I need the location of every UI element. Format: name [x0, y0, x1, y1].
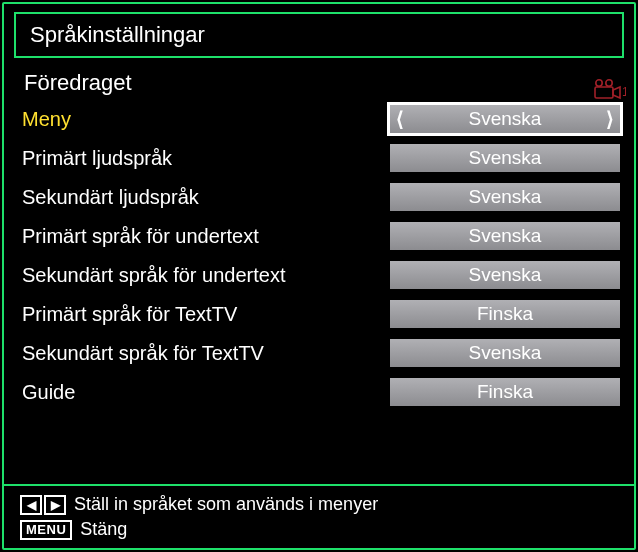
chevron-right-icon[interactable] — [600, 105, 620, 133]
spacer — [22, 416, 620, 478]
row-primary-subtitle[interactable]: Primärt språk för undertext Svenska — [22, 221, 620, 251]
row-secondary-audio[interactable]: Sekundärt ljudspråk Svenska — [22, 182, 620, 212]
footer-arrows-text: Ställ in språket som används i menyer — [74, 494, 378, 515]
value-text: Finska — [390, 303, 620, 325]
camera-icon: 1 — [592, 78, 626, 105]
chevron-left-icon[interactable] — [390, 105, 410, 133]
svg-point-1 — [606, 80, 612, 86]
value-selector[interactable]: Svenska — [390, 183, 620, 211]
svg-point-0 — [596, 80, 602, 86]
section-subtitle: Föredraget — [14, 64, 624, 104]
row-secondary-teletext[interactable]: Sekundärt språk för TextTV Svenska — [22, 338, 620, 368]
value-text: Svenska — [410, 108, 600, 130]
svg-text:1: 1 — [622, 85, 626, 99]
value-selector[interactable]: Svenska — [390, 261, 620, 289]
footer-hint-menu: MENU Stäng — [20, 519, 618, 540]
footer-hint-arrows: ◀ ▶ Ställ in språket som används i menye… — [20, 494, 618, 515]
settings-rows: Meny Svenska Primärt ljudspråk Svenska S… — [14, 104, 624, 478]
title-box: Språkinställningar — [14, 12, 624, 58]
menu-key-icon: MENU — [20, 520, 72, 540]
footer: ◀ ▶ Ställ in språket som används i menye… — [14, 492, 624, 542]
value-selector[interactable]: Svenska — [390, 144, 620, 172]
value-selector[interactable]: Svenska — [390, 105, 620, 133]
svg-rect-2 — [595, 87, 613, 98]
row-label: Primärt språk för TextTV — [22, 303, 390, 326]
row-label: Guide — [22, 381, 390, 404]
divider — [4, 484, 634, 486]
row-label: Sekundärt ljudspråk — [22, 186, 390, 209]
row-primary-teletext[interactable]: Primärt språk för TextTV Finska — [22, 299, 620, 329]
row-label: Primärt språk för undertext — [22, 225, 390, 248]
value-text: Svenska — [390, 264, 620, 286]
row-guide[interactable]: Guide Finska — [22, 377, 620, 407]
triangle-left-icon: ◀ — [20, 495, 42, 515]
arrow-keys-icon: ◀ ▶ — [20, 495, 66, 515]
value-text: Finska — [390, 381, 620, 403]
row-label: Sekundärt språk för undertext — [22, 264, 390, 287]
value-text: Svenska — [390, 147, 620, 169]
value-text: Svenska — [390, 225, 620, 247]
settings-panel: Språkinställningar Föredraget 1 Meny Sve… — [2, 2, 636, 550]
footer-menu-text: Stäng — [80, 519, 127, 540]
value-selector[interactable]: Finska — [390, 300, 620, 328]
triangle-right-icon: ▶ — [44, 495, 66, 515]
value-selector[interactable]: Svenska — [390, 339, 620, 367]
value-text: Svenska — [390, 342, 620, 364]
value-selector[interactable]: Svenska — [390, 222, 620, 250]
value-text: Svenska — [390, 186, 620, 208]
value-selector[interactable]: Finska — [390, 378, 620, 406]
row-primary-audio[interactable]: Primärt ljudspråk Svenska — [22, 143, 620, 173]
row-menu[interactable]: Meny Svenska — [22, 104, 620, 134]
panel-title: Språkinställningar — [30, 22, 205, 47]
row-secondary-subtitle[interactable]: Sekundärt språk för undertext Svenska — [22, 260, 620, 290]
row-label: Meny — [22, 108, 390, 131]
row-label: Primärt ljudspråk — [22, 147, 390, 170]
row-label: Sekundärt språk för TextTV — [22, 342, 390, 365]
